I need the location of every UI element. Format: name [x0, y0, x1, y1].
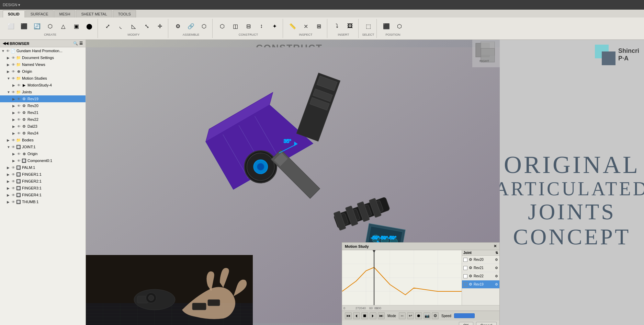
visibility-icon-rev21[interactable]: 👁	[16, 110, 21, 115]
tree-item-bodies[interactable]: ▶👁📁Bodies	[0, 137, 86, 143]
tree-item-joint1-origin[interactable]: ▶👁⊕Origin	[0, 150, 86, 157]
visibility-icon-palm1[interactable]: 👁	[11, 165, 16, 170]
fillet-btn[interactable]: ◟	[114, 21, 127, 32]
sidebar-menu-icon[interactable]: ☰	[79, 41, 83, 46]
visibility-icon-joint1-origin[interactable]: 👁	[16, 151, 21, 156]
cylinder-btn[interactable]: ⬤	[83, 21, 95, 32]
ok-button[interactable]: OK	[459, 322, 473, 325]
joint-expand-icon[interactable]: ⇅	[495, 251, 498, 255]
offset-plane-btn[interactable]: ⬡	[216, 21, 228, 32]
speed-bar[interactable]	[454, 313, 475, 318]
motion-study-close-icon[interactable]: ✕	[494, 244, 497, 248]
press-pull-btn[interactable]: ⤢	[101, 21, 114, 32]
scale-btn[interactable]: ⤡	[140, 21, 153, 32]
visibility-icon-component01[interactable]: 👁	[16, 158, 21, 163]
tree-arrow-rev24[interactable]: ▶	[12, 131, 16, 135]
mode-toggle-btn[interactable]: ↔	[399, 312, 406, 319]
visibility-icon-finger21[interactable]: 👁	[11, 179, 16, 184]
joint-cb-rev21[interactable]	[463, 266, 467, 270]
tree-arrow-palm1[interactable]: ▶	[7, 166, 11, 170]
axis-btn[interactable]: ↕	[255, 21, 268, 32]
canvas-btn[interactable]: 🖼	[344, 21, 356, 32]
visibility-icon-rev20[interactable]: 👁	[16, 103, 21, 108]
extrude-btn[interactable]: ⬛	[18, 21, 30, 32]
joint-row-rev19[interactable]: ⚙ Rev19 ⚙	[462, 280, 499, 289]
visibility-icon-origin[interactable]: 👁	[11, 69, 16, 74]
measure-btn[interactable]: 📏	[286, 21, 299, 32]
tree-item-finger41[interactable]: ▶👁🔲FINGER4:1	[0, 191, 86, 198]
tree-arrow-component01[interactable]: ▶	[12, 159, 16, 163]
tree-item-rev19[interactable]: ▶👁⚙Rev19	[0, 95, 86, 102]
tree-item-doc[interactable]: ▼👁📄Gundam Hand Promotion...	[0, 47, 86, 54]
insert-derive-btn[interactable]: ⤵	[331, 21, 343, 32]
section-btn[interactable]: ⊞	[313, 21, 325, 32]
design-menu[interactable]: DESIGN ▾	[3, 3, 20, 7]
joint-row-rev20[interactable]: ⚙ Rev20 ⚙	[462, 256, 499, 264]
tree-arrow-doc-settings[interactable]: ▶	[7, 56, 11, 60]
visibility-icon-named-views[interactable]: 👁	[11, 62, 16, 67]
as-built-joint-btn[interactable]: 🔗	[185, 21, 197, 32]
visibility-icon-thumb1[interactable]: 👁	[11, 199, 16, 204]
tree-item-palm1[interactable]: ▶👁🔲PALM:1	[0, 164, 86, 171]
tree-item-doc-settings[interactable]: ▶👁📁Document Settings	[0, 54, 86, 61]
tree-arrow-origin[interactable]: ▶	[7, 70, 11, 73]
loft-btn[interactable]: △	[57, 21, 69, 32]
tree-arrow-motionstudy-4[interactable]: ▶	[12, 83, 16, 87]
joint-row-rev21[interactable]: ⚙ Rev21 ⚙	[462, 264, 499, 272]
visibility-icon-finger41[interactable]: 👁	[11, 193, 16, 197]
settings-btn[interactable]: ⚙	[432, 312, 439, 319]
tree-item-rev24[interactable]: ▶👁⚙Rev24	[0, 130, 86, 137]
rigid-group-btn[interactable]: ⬡	[198, 21, 210, 32]
visibility-icon-rev22[interactable]: 👁	[16, 117, 21, 122]
tree-arrow-rev20[interactable]: ▶	[12, 104, 16, 108]
playback-stop-btn[interactable]: ⏹	[361, 312, 368, 319]
visibility-icon-doc-settings[interactable]: 👁	[11, 55, 16, 60]
tree-arrow-dal23[interactable]: ▶	[12, 125, 16, 128]
tree-arrow-rev21[interactable]: ▶	[12, 111, 16, 115]
tree-arrow-named-views[interactable]: ▶	[7, 63, 11, 67]
tree-item-rev20[interactable]: ▶👁⚙Rev20	[0, 102, 86, 109]
tab-tools[interactable]: TOOLS	[113, 10, 136, 18]
interference-btn[interactable]: ⤫	[300, 21, 312, 32]
joint-cb-rev20[interactable]	[463, 258, 467, 262]
visibility-icon-bodies[interactable]: 👁	[11, 138, 16, 142]
tree-item-motion-studies[interactable]: ▼👁📁Motion Studies	[0, 75, 86, 82]
tab-surface[interactable]: SURFACE	[25, 10, 54, 18]
tree-item-dal23[interactable]: ▶👁⚙Dal23	[0, 123, 86, 130]
tree-item-joint1[interactable]: ▼👁🔲JOINT:1	[0, 143, 86, 150]
visibility-icon-rev24[interactable]: 👁	[16, 131, 21, 136]
loop-btn[interactable]: ↩	[407, 312, 414, 319]
align-btn[interactable]: ⬡	[393, 21, 406, 32]
tree-arrow-bodies[interactable]: ▶	[7, 138, 11, 142]
tree-item-thumb1[interactable]: ▶👁🔲THUMB:1	[0, 198, 86, 205]
visibility-icon-rev19[interactable]: 👁	[16, 96, 21, 101]
tab-mesh[interactable]: MESH	[54, 10, 76, 18]
tree-item-joints[interactable]: ▼👁📁Joints	[0, 89, 86, 95]
tree-arrow-rev19[interactable]: ▶	[12, 97, 16, 101]
tree-arrow-doc[interactable]: ▼	[1, 49, 5, 53]
tree-arrow-thumb1[interactable]: ▶	[7, 200, 11, 204]
joint-cb-rev22[interactable]	[463, 274, 467, 278]
tree-arrow-finger11[interactable]: ▶	[7, 173, 11, 176]
tree-arrow-finger31[interactable]: ▶	[7, 186, 11, 190]
chamfer-btn[interactable]: ◺	[127, 21, 140, 32]
sidebar-collapse-icon[interactable]: ◀◀	[3, 41, 8, 46]
visibility-icon-finger31[interactable]: 👁	[11, 186, 16, 190]
tree-item-finger21[interactable]: ▶👁🔲FINGER2:1	[0, 178, 86, 185]
revolve-btn[interactable]: 🔄	[31, 21, 43, 32]
visibility-icon-doc[interactable]: 👁	[5, 48, 10, 53]
visibility-icon-finger11[interactable]: 👁	[11, 172, 16, 177]
sweep-btn[interactable]: ⬡	[44, 21, 56, 32]
tree-item-origin[interactable]: ▶👁⊕Origin	[0, 68, 86, 75]
plane-angle-btn[interactable]: ◫	[229, 21, 241, 32]
tree-item-finger11[interactable]: ▶👁🔲FINGER1:1	[0, 171, 86, 178]
tree-item-motionstudy-4[interactable]: ▶👁▶MotionStudy-4	[0, 82, 86, 89]
position-move-btn[interactable]: ⬛	[380, 21, 393, 32]
tree-item-component01[interactable]: ▶👁🔲Component0:1	[0, 157, 86, 164]
joint-settings-rev21[interactable]: ⚙	[495, 266, 498, 270]
tree-arrow-motion-studies[interactable]: ▼	[7, 77, 11, 80]
box-btn[interactable]: ▣	[70, 21, 82, 32]
tree-item-finger31[interactable]: ▶👁🔲FINGER3:1	[0, 185, 86, 191]
playback-first-btn[interactable]: ⏮	[345, 312, 352, 319]
tree-arrow-joints[interactable]: ▼	[7, 90, 11, 94]
